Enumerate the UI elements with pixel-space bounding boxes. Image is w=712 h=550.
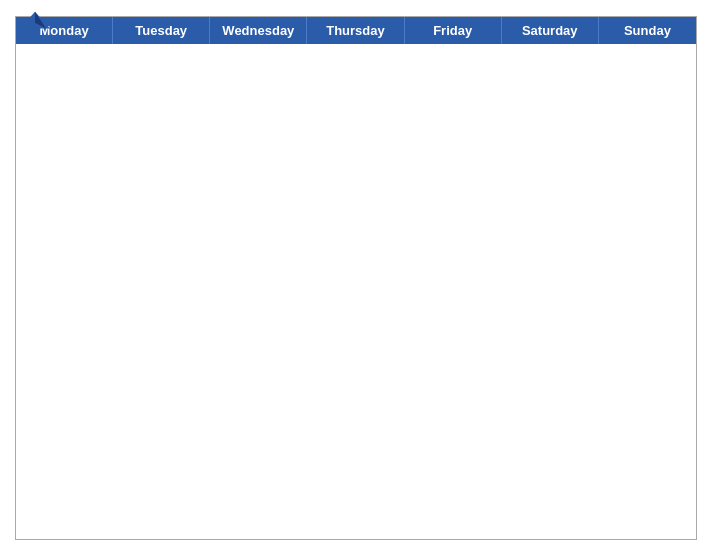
- day-header-friday: Friday: [405, 17, 502, 44]
- day-header-sunday: Sunday: [599, 17, 696, 44]
- day-header-wednesday: Wednesday: [210, 17, 307, 44]
- weeks-container: [16, 44, 696, 539]
- logo: [15, 10, 57, 32]
- logo-icon: [15, 10, 55, 32]
- day-header-saturday: Saturday: [502, 17, 599, 44]
- day-header-tuesday: Tuesday: [113, 17, 210, 44]
- days-header: MondayTuesdayWednesdayThursdayFridaySatu…: [16, 17, 696, 44]
- calendar: MondayTuesdayWednesdayThursdayFridaySatu…: [15, 16, 697, 540]
- day-header-thursday: Thursday: [307, 17, 404, 44]
